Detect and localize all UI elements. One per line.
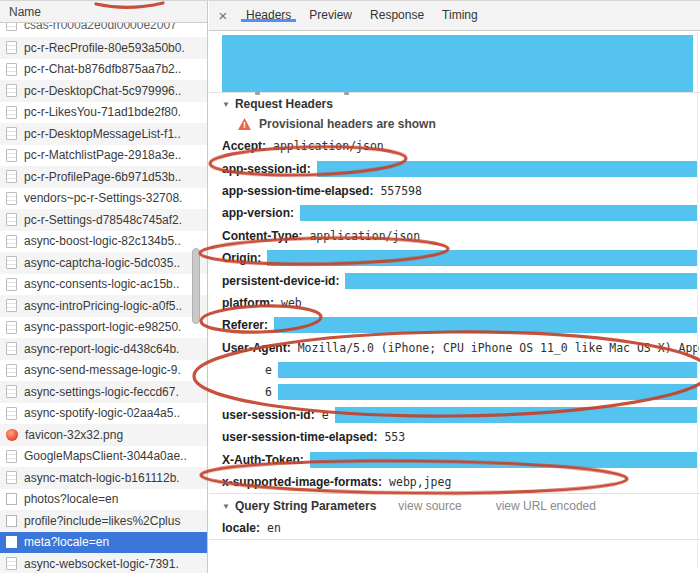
header-row: platformweb xyxy=(209,292,700,314)
request-list-item[interactable]: meta?locale=en xyxy=(0,532,207,554)
redaction-bar xyxy=(278,384,697,400)
request-name: pc-r-Chat-b876dfb875aa7b2.. xyxy=(24,62,181,76)
script-file-icon xyxy=(6,23,17,31)
header-name: Referer xyxy=(222,318,268,332)
request-list-item[interactable]: async-websocket-logic-7391. xyxy=(0,553,207,573)
query-string-section-title[interactable]: ▼ Query String Parameters view source vi… xyxy=(209,497,700,515)
header-value-fragment: e xyxy=(265,363,272,377)
headers-content: ▼ Request Headers ! Provisional headers … xyxy=(209,32,700,573)
request-list-item[interactable]: profile?include=likes%2Cplus xyxy=(0,510,207,532)
warning-text: Provisional headers are shown xyxy=(259,117,436,131)
view-source-link[interactable]: view source xyxy=(398,499,461,513)
request-name: favicon-32x32.png xyxy=(25,428,123,442)
disclosure-triangle-icon: ▼ xyxy=(222,100,230,109)
tab-response[interactable]: Response xyxy=(368,8,426,22)
request-list-item[interactable]: async-settings-logic-feccd67. xyxy=(0,381,207,403)
close-icon[interactable]: × xyxy=(217,1,229,31)
request-list-item[interactable]: vendors~pc-r-Settings-32708. xyxy=(0,188,207,210)
header-name: user-session-id xyxy=(222,408,315,422)
section-title-text: Query String Parameters xyxy=(235,499,376,513)
script-file-icon xyxy=(6,63,17,76)
header-value: application/json xyxy=(273,139,384,153)
request-name: pc-r-ProfilePage-6b971d53b.. xyxy=(24,170,181,184)
sidebar-scrollbar-thumb[interactable] xyxy=(192,248,200,324)
view-url-encoded-link[interactable]: view URL encoded xyxy=(496,499,596,513)
divider xyxy=(209,493,700,494)
name-column-header[interactable]: Name xyxy=(0,1,207,23)
request-list-item[interactable]: pc-r-RecProfile-80e593a50b0. xyxy=(0,37,207,59)
script-file-icon xyxy=(6,299,17,312)
request-name: async-boost-logic-82c134b5.. xyxy=(24,234,181,248)
xhr-file-icon xyxy=(6,536,17,548)
header-row: Referer xyxy=(209,314,700,336)
request-list-item[interactable]: async-passport-logic-e98250. xyxy=(0,317,207,339)
request-name: vendors~pc-r-Settings-32708. xyxy=(24,191,182,205)
request-list-item[interactable]: async-boost-logic-82c134b5.. xyxy=(0,231,207,253)
redaction-bar xyxy=(267,250,697,266)
request-list-item[interactable]: pc-r-LikesYou-71ad1bde2f80. xyxy=(0,102,207,124)
request-list-item[interactable]: pc-r-MatchlistPage-2918a3e.. xyxy=(0,145,207,167)
request-list-item[interactable]: async-match-logic-b161112b. xyxy=(0,467,207,489)
script-file-icon xyxy=(6,342,17,355)
request-list-item[interactable]: async-send-message-logic-9. xyxy=(0,360,207,382)
xhr-file-icon xyxy=(6,515,17,527)
redaction-bar xyxy=(345,273,697,289)
request-list-item[interactable]: pc-r-DesktopChat-5c979996.. xyxy=(0,80,207,102)
redaction-bar xyxy=(310,452,697,468)
request-list-item[interactable]: async-report-logic-d438c64b. xyxy=(0,338,207,360)
header-name: Content-Type xyxy=(222,229,302,243)
request-list-item[interactable]: photos?locale=en xyxy=(0,489,207,511)
header-name: app-session-id xyxy=(222,162,311,176)
detail-tabbar: × HeadersPreviewResponseTiming xyxy=(209,1,700,31)
header-name: Origin xyxy=(222,251,261,265)
header-value: web xyxy=(281,296,302,310)
header-name: Accept xyxy=(222,139,266,153)
divider xyxy=(209,539,700,540)
header-name: X-Auth-Token xyxy=(222,453,304,467)
request-header-rows: Acceptapplication/jsonapp-session-idapp-… xyxy=(209,135,700,493)
redaction-block-general xyxy=(222,35,693,92)
script-file-icon xyxy=(6,385,17,398)
redaction-bar xyxy=(278,362,697,378)
request-list-item[interactable]: async-spotify-logic-02aa4a5.. xyxy=(0,403,207,425)
request-list-item[interactable]: async-introPricing-logic-a0f5.. xyxy=(0,295,207,317)
tab-headers[interactable]: Headers xyxy=(244,8,293,22)
script-file-icon xyxy=(6,557,17,570)
request-list: csas-rr000a2e0dl0000e2007pc-r-RecProfile… xyxy=(0,23,207,573)
tab-timing[interactable]: Timing xyxy=(440,8,480,22)
request-name: pc-r-DesktopChat-5c979996.. xyxy=(24,84,181,98)
script-file-icon xyxy=(6,450,17,463)
header-row: persistent-device-id xyxy=(209,269,700,291)
header-value: webp,jpeg xyxy=(389,475,451,489)
tab-preview[interactable]: Preview xyxy=(307,8,354,22)
request-list-item[interactable]: favicon-32x32.png xyxy=(0,424,207,446)
script-file-icon xyxy=(6,471,17,484)
request-list-item[interactable]: csas-rr000a2e0dl0000e2007 xyxy=(0,23,207,37)
request-list-item[interactable]: pc-r-ProfilePage-6b971d53b.. xyxy=(0,166,207,188)
request-list-item[interactable]: async-captcha-logic-5dc035.. xyxy=(0,252,207,274)
script-file-icon xyxy=(6,149,17,162)
header-name: app-session-time-elapsed xyxy=(222,184,373,198)
header-value-fragment: e xyxy=(322,408,329,422)
request-list-item[interactable]: pc-r-DesktopMessageList-f1.. xyxy=(0,123,207,145)
param-value: en xyxy=(267,521,281,535)
script-file-icon xyxy=(6,407,17,420)
header-row: app-session-time-elapsed557598 xyxy=(209,180,700,202)
request-list-item[interactable]: pc-r-Chat-b876dfb875aa7b2.. xyxy=(0,59,207,81)
header-row: user-session-ide xyxy=(209,404,700,426)
request-list-item[interactable]: GoogleMapsClient-3044a0ae.. xyxy=(0,446,207,468)
script-file-icon xyxy=(6,278,17,291)
script-file-icon xyxy=(6,170,17,183)
header-value-fragment: 6 xyxy=(265,385,272,399)
header-row: e xyxy=(209,359,700,381)
param-name: locale xyxy=(222,521,260,535)
request-name: async-report-logic-d438c64b. xyxy=(24,342,179,356)
request-list-item[interactable]: pc-r-Settings-d78548c745af2. xyxy=(0,209,207,231)
request-headers-section-title[interactable]: ▼ Request Headers xyxy=(209,96,700,112)
request-name: async-passport-logic-e98250. xyxy=(24,320,181,334)
request-name: async-captcha-logic-5dc035.. xyxy=(24,256,180,270)
request-list-item[interactable]: async-consents-logic-ac15b.. xyxy=(0,274,207,296)
script-file-icon xyxy=(6,256,17,269)
script-file-icon xyxy=(6,127,17,140)
request-name: async-settings-logic-feccd67. xyxy=(24,385,179,399)
